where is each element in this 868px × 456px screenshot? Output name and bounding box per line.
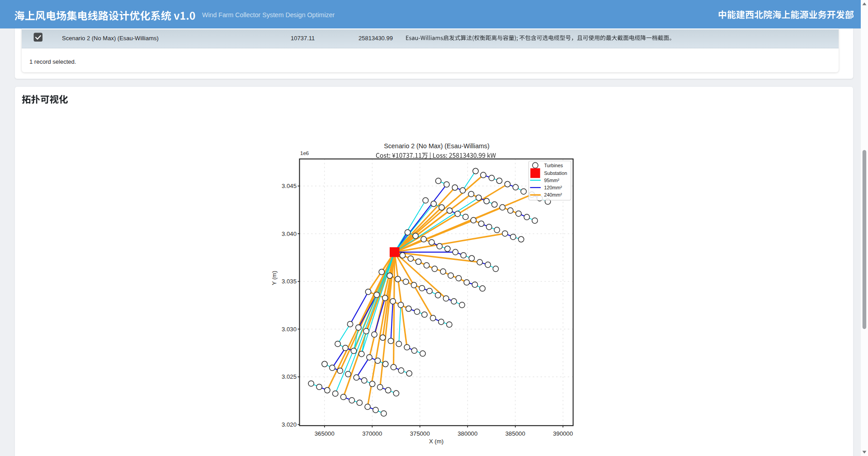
svg-text:240mm²: 240mm²	[544, 192, 562, 197]
svg-text:3.020: 3.020	[282, 421, 297, 428]
svg-text:375000: 375000	[410, 430, 430, 437]
svg-text:Y (m): Y (m)	[271, 271, 278, 285]
svg-text:95mm²: 95mm²	[544, 178, 560, 183]
svg-text:3.040: 3.040	[282, 230, 297, 237]
svg-text:385000: 385000	[505, 430, 525, 437]
svg-text:Scenario 2 (No Max) (Esau-Will: Scenario 2 (No Max) (Esau-Williams)	[384, 142, 489, 150]
svg-text:Turbines: Turbines	[544, 163, 563, 168]
svg-text:390000: 390000	[553, 430, 573, 437]
svg-text:3.025: 3.025	[282, 373, 297, 380]
svg-text:1e6: 1e6	[300, 150, 309, 156]
svg-text:X (m): X (m)	[429, 438, 443, 445]
svg-text:120mm²: 120mm²	[544, 185, 562, 190]
svg-text:370000: 370000	[362, 430, 382, 437]
svg-text:380000: 380000	[458, 430, 477, 437]
svg-text:Wind Farm Collector System Des: Wind Farm Collector System Design Optimi…	[202, 11, 335, 19]
svg-text:365000: 365000	[315, 430, 335, 437]
svg-text:3.035: 3.035	[282, 278, 297, 285]
svg-text:Substation: Substation	[544, 170, 567, 176]
svg-text:3.045: 3.045	[282, 183, 297, 189]
svg-text:3.030: 3.030	[282, 326, 297, 333]
